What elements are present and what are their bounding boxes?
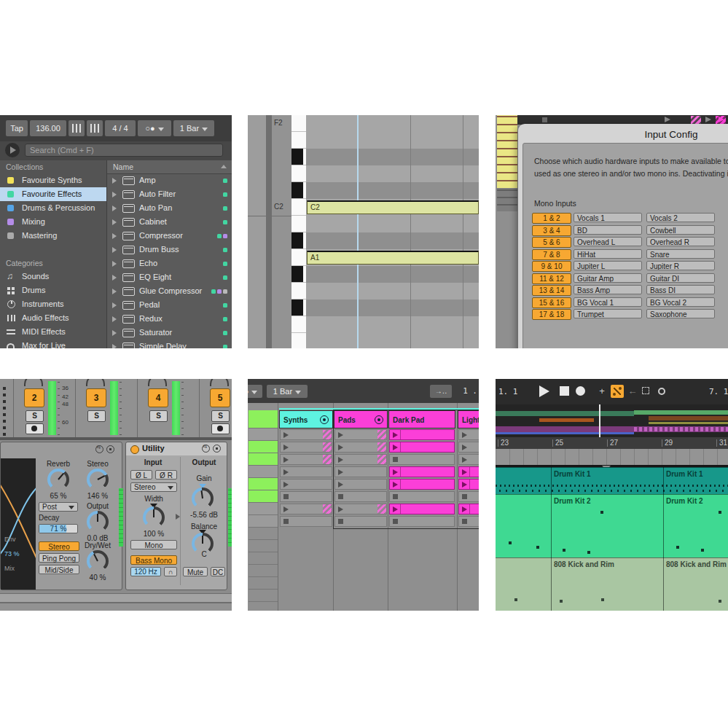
scene-slot[interactable] [248,565,278,577]
nudge-up-button[interactable] [87,120,103,136]
nudge-down-button[interactable] [69,120,85,136]
black-key[interactable] [291,182,306,199]
arrangement-track[interactable]: Drum Kit 1Drum Kit 1 [496,467,728,495]
input-name-field[interactable]: BD [574,225,642,235]
tempo-field[interactable]: 136.00 [30,120,66,136]
arrangement-track[interactable]: Drum Kit 2Drum Kit 2 [496,494,728,558]
clip-slot[interactable] [334,429,387,440]
scene-slot[interactable] [248,528,278,540]
input-name-field[interactable]: HiHat [574,249,642,259]
piano-roll-lane[interactable] [306,216,479,232]
search-input[interactable] [25,144,223,157]
clip-slot[interactable] [458,442,479,453]
device-list-row[interactable]: Pedal [107,298,232,312]
clip-slot[interactable] [458,454,479,465]
solo-button[interactable]: S [87,410,106,422]
input-name-field[interactable]: Overhead L [574,237,642,246]
input-pair-button[interactable]: 15 & 16 [532,297,571,308]
clip-slot[interactable] [334,454,387,465]
gain-knob[interactable] [192,488,214,509]
device-list-row[interactable]: Redux [107,312,232,326]
category-item[interactable]: Max for Live [0,339,106,348]
collection-item[interactable]: Favourite Effects [0,187,106,201]
gain-value[interactable]: -5.56 dB [181,511,227,519]
stereo-value[interactable]: 146 % [79,492,116,500]
bass-freq-field[interactable]: 120 Hz [130,567,161,576]
song-position[interactable]: 1. 1 [498,387,518,396]
device-list-row[interactable]: Drum Buss [107,243,232,257]
device-on-toggle[interactable] [130,445,139,454]
clip-slot[interactable] [458,504,479,514]
collection-item[interactable]: Mixing [0,215,106,229]
play-button[interactable] [539,385,549,397]
arrangement-overview[interactable] [496,404,728,437]
save-preset-icon[interactable] [106,445,114,453]
ping-pong-button[interactable]: Ping Pong [39,553,79,563]
metronome-button[interactable]: ● [248,385,262,398]
piano-roll-lane[interactable] [306,149,479,165]
clip-slot[interactable] [389,516,455,527]
collection-item[interactable]: Favourite Synths [0,173,106,187]
clip-slot[interactable] [280,429,332,440]
track-header[interactable]: Synths [279,410,333,428]
hot-swap-icon[interactable] [95,445,103,453]
midi-note[interactable]: C2 [307,200,479,214]
input-name-field[interactable]: Guitar Amp [574,273,642,283]
scene-slot[interactable] [248,577,278,590]
track-header[interactable]: Pads [334,410,388,428]
category-item[interactable]: Drums [0,283,106,297]
input-name-field[interactable]: BG Vocal 2 [646,297,715,307]
preview-icon[interactable] [5,143,20,157]
clip-slot[interactable] [458,516,479,527]
reverb-knob[interactable] [47,469,69,490]
clip-slot[interactable] [389,466,455,477]
arrangement-track[interactable]: 808 Kick and Rim808 Kick and Rim [496,557,728,611]
loop-position[interactable]: 7. 1. [709,387,728,396]
clip-slot[interactable] [458,491,479,502]
expand-triangle-icon[interactable] [112,206,117,211]
input-pair-button[interactable]: 7 & 8 [532,249,571,260]
clip-slot[interactable] [389,491,455,502]
category-item[interactable]: MIDI Effects [0,325,106,339]
pan-knob-arc[interactable] [210,379,229,386]
input-name-field[interactable]: Cowbell [646,225,715,235]
scene-slot[interactable] [248,552,278,565]
piano-roll-lane[interactable] [306,300,479,316]
draw-mode-button[interactable] [640,385,653,398]
clip-slot[interactable] [389,454,455,465]
track-header[interactable]: Dark Pad [388,410,455,428]
white-key[interactable] [291,249,306,266]
width-knob[interactable] [143,506,165,528]
input-name-field[interactable]: Jupiter R [646,261,715,270]
category-item[interactable]: ♫Sounds [0,270,106,283]
headphone-icon[interactable]: ∩ [164,567,177,576]
piano-roll-lane[interactable] [306,132,479,149]
clip-slot[interactable] [334,504,387,514]
clip-slot[interactable] [389,429,455,440]
pan-knob-arc[interactable] [148,379,167,386]
dc-button[interactable]: DC [211,567,225,576]
delay-xy-display[interactable]: Env 73 % Mix [1,458,36,590]
cue-button[interactable] [211,423,230,434]
dry-wet-value[interactable]: 40 % [79,574,116,582]
device-list-row[interactable]: Glue Compressor [107,284,232,298]
clip-slot[interactable] [458,479,479,490]
stereo-mode-button[interactable]: Stereo [39,541,79,551]
input-name-field[interactable]: Guitar DI [646,273,715,283]
expand-triangle-icon[interactable] [112,233,117,239]
input-pair-button[interactable]: 11 & 12 [532,273,571,284]
scrub-area[interactable] [496,449,728,465]
piano-roll-lane[interactable] [306,115,479,132]
expand-triangle-icon[interactable] [112,178,117,184]
cue-button[interactable] [26,423,44,434]
input-name-field[interactable]: BG Vocal 1 [574,297,642,307]
track-header[interactable]: Light Pad [458,410,479,428]
expand-triangle-icon[interactable] [112,316,117,322]
phase-right-button[interactable]: Ø R [155,470,177,480]
clip-play-button[interactable] [665,117,670,122]
black-key[interactable] [291,149,306,165]
time-signature-field[interactable]: 4 / 4 [105,120,136,136]
device-list-row[interactable]: Cabinet [107,215,232,229]
input-name-field[interactable]: Bass DI [646,285,715,294]
clip-slot[interactable] [280,516,332,527]
